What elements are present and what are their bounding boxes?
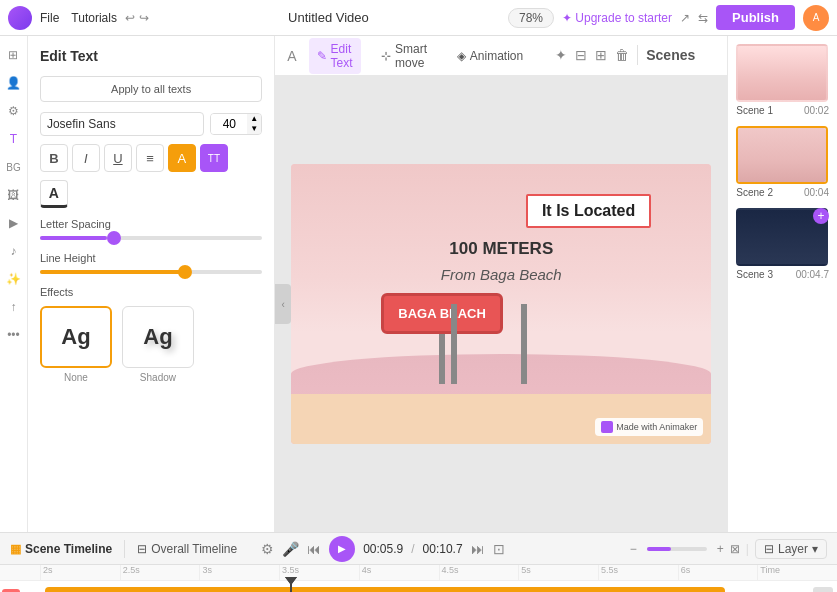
timeline: ▦ Scene Timeline ⊟ Overall Timeline ⚙ 🎤 … xyxy=(0,532,837,592)
topbar: File Tutorials ↩ ↪ Untitled Video 78% ✦ … xyxy=(0,0,837,36)
left-panel: Edit Text Apply to all texts ▲ ▼ B I U ≡… xyxy=(28,36,275,532)
undo-icon[interactable]: ↩ xyxy=(125,11,135,25)
fit-icon[interactable]: ⊠ xyxy=(730,542,740,556)
font-size-input[interactable] xyxy=(211,114,247,134)
upgrade-button[interactable]: ✦ Upgrade to starter xyxy=(562,11,672,25)
collab-icon[interactable]: ⇆ xyxy=(698,11,708,25)
tb-separator xyxy=(637,45,638,65)
sidebar-item-character[interactable]: 👤 xyxy=(2,72,24,94)
scene-3-info: Scene 3 00:04.7 xyxy=(736,269,829,280)
none-effect-preview[interactable]: Ag xyxy=(40,306,112,368)
scene-add-button[interactable]: + xyxy=(813,208,829,224)
line-height-thumb[interactable] xyxy=(178,265,192,279)
sidebar-item-video[interactable]: ▶ xyxy=(2,212,24,234)
scene-2-thumbnail[interactable] xyxy=(736,126,828,184)
animation-tab[interactable]: ◈ Animation xyxy=(449,45,531,67)
edit-text-tab[interactable]: ✎ Edit Text xyxy=(309,38,361,74)
scene-2-name: Scene 2 xyxy=(736,187,773,198)
redo-icon[interactable]: ↪ xyxy=(139,11,149,25)
total-time: 00:10.7 xyxy=(423,542,463,556)
timeline-tracks: 2s 2.5s 3s 3.5s 4s 4.5s 5s 5.5s 6s Time … xyxy=(0,565,837,592)
file-menu[interactable]: File xyxy=(40,11,59,25)
letter-spacing-slider[interactable] xyxy=(40,236,262,240)
layer-button[interactable]: ⊟ Layer ▾ xyxy=(755,539,827,559)
ruler-mark-4s: 4s xyxy=(359,565,439,580)
hundred-meters-text: 100 METERS xyxy=(291,239,711,259)
canvas-area: A ✎ Edit Text ⊹ Smart move ◈ Animation ✦… xyxy=(275,36,727,532)
scene-1-thumbnail[interactable] xyxy=(736,44,828,102)
shadow-effect-item[interactable]: Ag Shadow xyxy=(122,306,194,383)
text-color-button[interactable]: A xyxy=(40,180,68,208)
tl-skip-fwd-icon[interactable]: ⏭ xyxy=(471,541,485,557)
sidebar-item-templates[interactable]: ⊞ xyxy=(2,44,24,66)
zoom-out-icon[interactable]: − xyxy=(630,542,637,556)
highlight-button[interactable]: A xyxy=(168,144,196,172)
scene-canvas[interactable]: BAGA BEACH It Is Located 100 METERS From… xyxy=(291,164,711,444)
magic-icon[interactable]: ✦ xyxy=(555,47,567,63)
effects-row: Ag None Ag Shadow xyxy=(40,306,262,383)
zoom-level[interactable]: 78% xyxy=(508,8,554,28)
beach-sign-board: BAGA BEACH xyxy=(381,293,503,334)
ruler-mark-2.5s: 2.5s xyxy=(120,565,200,580)
underline-button[interactable]: U xyxy=(104,144,132,172)
canvas-toolbar: A ✎ Edit Text ⊹ Smart move ◈ Animation ✦… xyxy=(275,36,727,76)
canvas-content: ‹ BAGA BEACH It Is Loca xyxy=(275,76,727,532)
toolbar-text-icon[interactable]: A xyxy=(287,48,296,64)
scene-3-wrap: + Scene 3 00:04.7 xyxy=(736,208,829,280)
sidebar-item-uploads[interactable]: ↑ xyxy=(2,296,24,318)
italic-button[interactable]: I xyxy=(72,144,100,172)
overall-timeline-label[interactable]: ⊟ Overall Timeline xyxy=(137,542,237,556)
scene-timeline-label[interactable]: ▦ Scene Timeline xyxy=(10,542,112,556)
tl-mic-icon[interactable]: 🎤 xyxy=(282,541,299,557)
transform-button[interactable]: TT xyxy=(200,144,228,172)
scene-2-info: Scene 2 00:04 xyxy=(736,187,829,198)
shadow-effect-preview[interactable]: Ag xyxy=(122,306,194,368)
lock-icon[interactable]: ⊟ xyxy=(575,47,587,63)
sidebar-item-effect[interactable]: ✨ xyxy=(2,268,24,290)
line-height-slider[interactable] xyxy=(40,270,262,274)
sidebar-item-bg[interactable]: BG xyxy=(2,156,24,178)
tl-right-icons: − + ⊠ | ⊟ Layer ▾ xyxy=(630,539,827,559)
edit-text-icon: ✎ xyxy=(317,49,327,63)
apply-all-button[interactable]: Apply to all texts xyxy=(40,76,262,102)
sidebar-item-image[interactable]: 🖼 xyxy=(2,184,24,206)
none-effect-item[interactable]: Ag None xyxy=(40,306,112,383)
font-size-up[interactable]: ▲ xyxy=(247,114,261,124)
font-size-down[interactable]: ▼ xyxy=(247,124,261,134)
play-button[interactable]: ▶ xyxy=(329,536,355,562)
undo-redo: ↩ ↪ xyxy=(125,11,149,25)
current-time: 00:05.9 xyxy=(363,542,403,556)
sidebar-item-text[interactable]: T xyxy=(2,128,24,150)
sidebar-item-property[interactable]: ⚙ xyxy=(2,100,24,122)
tl-playhead[interactable] xyxy=(290,581,292,592)
layer-icon: ⊟ xyxy=(764,542,774,556)
tutorials-menu[interactable]: Tutorials xyxy=(71,11,117,25)
ruler-mark-time: Time xyxy=(757,565,837,580)
publish-button[interactable]: Publish xyxy=(716,5,795,30)
copy-icon[interactable]: ⊞ xyxy=(595,47,607,63)
sidebar-item-more[interactable]: ••• xyxy=(2,324,24,346)
is-located-text[interactable]: It Is Located xyxy=(526,194,651,228)
collapse-panel-button[interactable]: ‹ xyxy=(275,284,291,324)
smart-move-tab[interactable]: ⊹ Smart move xyxy=(373,38,437,74)
delete-icon[interactable]: 🗑 xyxy=(615,47,629,63)
zoom-in-icon[interactable]: + xyxy=(717,542,724,556)
tl-loop-icon[interactable]: ↺ xyxy=(813,587,833,592)
sidebar-item-music[interactable]: ♪ xyxy=(2,240,24,262)
none-effect-label: None xyxy=(40,372,112,383)
tl-skip-back-icon[interactable]: ⏮ xyxy=(307,541,321,557)
app-logo[interactable] xyxy=(8,6,32,30)
align-button[interactable]: ≡ xyxy=(136,144,164,172)
tl-divider: | xyxy=(746,542,749,556)
font-family-input[interactable] xyxy=(40,112,204,136)
tl-settings-icon[interactable]: ⚙ xyxy=(261,541,274,557)
avatar[interactable]: A xyxy=(803,5,829,31)
share-icon[interactable]: ↗ xyxy=(680,11,690,25)
canvas-toolbar-icons: ✦ ⊟ ⊞ 🗑 Scenes xyxy=(543,36,715,76)
bold-button[interactable]: B xyxy=(40,144,68,172)
from-baga-text: From Baga Beach xyxy=(291,266,711,283)
tl-main-track[interactable]: It is located xyxy=(45,587,725,592)
tl-caption-icon[interactable]: ⊡ xyxy=(493,541,505,557)
letter-spacing-thumb[interactable] xyxy=(107,231,121,245)
ruler-mark-3s: 3s xyxy=(199,565,279,580)
